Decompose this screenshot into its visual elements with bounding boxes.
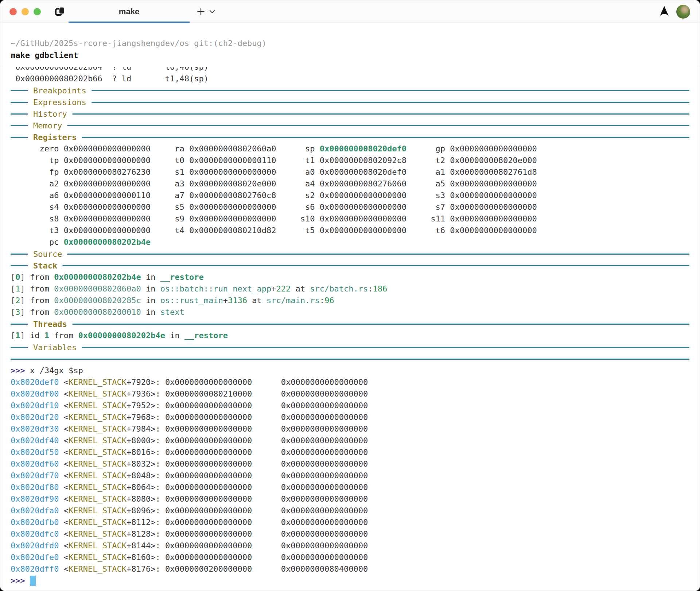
terminal-text: 0x0000000000000000 xyxy=(252,529,368,538)
terminal-text: : xyxy=(320,296,324,305)
terminal-text: >>> xyxy=(11,366,25,375)
terminal-text: in xyxy=(141,284,160,293)
terminal-text: KERNEL_STACK xyxy=(69,401,127,410)
section-header-breakpoints: Breakpoints xyxy=(0,85,700,96)
terminal-text: 0x0000000000000000 xyxy=(252,553,368,562)
section-label: Breakpoints xyxy=(33,86,86,95)
terminal-text: KERNEL_STACK xyxy=(69,424,127,433)
clipped-disasm-line: 0x0000000080202b64 ? ld t0,40(sp) xyxy=(0,67,700,73)
terminal-text: 0x0000000080202b66 ? ld t1,48(sp) xyxy=(11,74,209,83)
minimize-button[interactable] xyxy=(22,8,29,15)
terminal-text: 0x8020dfc0 xyxy=(11,529,59,538)
terminal-text: a6 0x0000000000000110 a7 0x0000000080276… xyxy=(11,191,537,200)
terminal-text: at xyxy=(247,296,267,305)
terminal-text: 0x0000000080202b4e xyxy=(64,237,151,247)
terminal-text: +8160>: xyxy=(127,553,165,562)
section-header-memory: Memory xyxy=(0,120,700,131)
divider-rule xyxy=(72,113,689,115)
terminal-text: +8144>: xyxy=(127,541,165,550)
terminal-text: +8032>: xyxy=(127,459,165,468)
terminal-text: KERNEL_STACK xyxy=(69,413,127,422)
terminal-text: 0x0000000000000000 xyxy=(252,401,368,410)
terminal-text: +8128>: xyxy=(127,529,165,538)
divider-rule xyxy=(92,90,689,91)
terminal-text: in xyxy=(165,331,184,340)
terminal-text: __restore xyxy=(160,273,204,282)
avatar[interactable] xyxy=(676,5,690,19)
memory-row: 0x8020df60 <KERNEL_STACK+8032>: 0x000000… xyxy=(0,458,700,470)
command-block: ~/GitHub/2025s-rcore-jiangshengdev/os gi… xyxy=(0,23,700,67)
section-header-registers: Registers xyxy=(0,131,700,143)
terminal-text: +8048>: xyxy=(127,471,165,480)
terminal-text: 3136 xyxy=(228,296,247,305)
traffic-lights xyxy=(0,8,41,15)
terminal-text: < xyxy=(59,564,69,573)
terminal-text: [ xyxy=(11,308,15,317)
terminal-text: +8080>: xyxy=(127,494,165,503)
terminal-text: 186 xyxy=(373,284,387,293)
terminal-text: zero 0x0000000000000000 ra 0x00000000802… xyxy=(11,144,320,153)
terminal-text: +7984>: xyxy=(127,424,165,433)
terminal-text: [ xyxy=(11,273,15,282)
tab-make[interactable]: make xyxy=(69,0,190,23)
terminal-text: KERNEL_STACK xyxy=(69,506,127,515)
terminal-text: 0x0000000000000000 xyxy=(165,471,252,480)
memory-row: 0x8020df50 <KERNEL_STACK+8016>: 0x000000… xyxy=(0,447,700,458)
close-button[interactable] xyxy=(9,8,17,15)
terminal-text: 0x0000000000000000 xyxy=(252,378,368,387)
terminal-text: s8 0x0000000000000000 s9 0x0000000000000… xyxy=(11,214,537,223)
memory-row: 0x8020df80 <KERNEL_STACK+8064>: 0x000000… xyxy=(0,482,700,493)
terminal-text: from xyxy=(49,331,78,340)
register-row: pc 0x0000000080202b4e xyxy=(0,236,700,248)
terminal-text: 0x0000000000000000 xyxy=(165,518,252,527)
terminal-text: 0x8020df00 xyxy=(11,389,59,398)
terminal-text: : xyxy=(368,284,373,293)
tab-dropdown-chevron-icon[interactable] xyxy=(209,10,215,13)
terminal-text: 0x8020df80 xyxy=(11,483,59,492)
memory-row: 0x8020df90 <KERNEL_STACK+8080>: 0x000000… xyxy=(0,493,700,505)
terminal-text: 0x00000000802060a0 xyxy=(54,284,141,293)
terminal-text: stext xyxy=(160,308,184,317)
disasm-line: 0x0000000080202b64 ? ld t0,40(sp) xyxy=(0,67,700,73)
terminal-text: 0x0000000000000000 xyxy=(252,471,368,480)
terminal-text: +7968>: xyxy=(127,413,165,422)
terminal-text: KERNEL_STACK xyxy=(69,518,127,527)
memory-row: 0x8020dfa0 <KERNEL_STACK+8096>: 0x000000… xyxy=(0,505,700,517)
divider-rule xyxy=(62,265,689,266)
terminal-text: 0x0000000000000000 xyxy=(252,541,368,550)
terminal-text: < xyxy=(59,378,69,387)
section-label: Expressions xyxy=(33,98,86,107)
section-header-source: Source xyxy=(0,248,700,260)
register-row: tp 0x0000000000000000 t0 0x0000000000000… xyxy=(0,155,700,166)
terminal-text: 0x8020df10 xyxy=(11,401,59,410)
terminal-text: fp 0x0000000080276230 s1 0x0000000000000… xyxy=(11,167,537,177)
terminal-text: 0x8020df30 xyxy=(11,424,59,433)
terminal-text: [ xyxy=(11,331,15,340)
terminal-text: +7920>: xyxy=(127,378,165,387)
section-label: Memory xyxy=(33,121,62,130)
section-header-expressions: Expressions xyxy=(0,96,700,108)
terminal-text: 0x0000000000000000 xyxy=(165,424,252,433)
terminal-text: 0x8020dfb0 xyxy=(11,518,59,527)
terminal-text: 1 xyxy=(15,284,20,293)
divider-rule xyxy=(11,324,28,325)
terminal-text: 0x8020def0 xyxy=(11,378,59,387)
terminal-text: 0x0000000080202b4e xyxy=(54,273,141,282)
terminal-text: 0x0000000000000000 xyxy=(165,553,252,562)
memory-row: 0x8020df20 <KERNEL_STACK+7968>: 0x000000… xyxy=(0,412,700,423)
terminal-text: 0x8020df20 xyxy=(11,413,59,422)
terminal-text: 0x8020dff0 xyxy=(11,564,59,573)
warp-delta-icon[interactable] xyxy=(659,5,670,18)
terminal-text: ] from xyxy=(20,308,54,317)
zoom-button[interactable] xyxy=(34,8,41,15)
terminal-text: 0x8020df60 xyxy=(11,459,59,468)
terminal-text: ] from xyxy=(20,296,54,305)
terminal-text: 0x0000000000000000 xyxy=(165,413,252,422)
terminal-text: + xyxy=(223,296,228,305)
terminal-text: < xyxy=(59,436,69,445)
thread-row: [1] id 1 from 0x0000000080202b4e in __re… xyxy=(0,330,700,341)
terminal-text: 0x0000000080400000 xyxy=(252,564,368,573)
section-divider xyxy=(0,353,700,365)
terminal-text: KERNEL_STACK xyxy=(69,483,127,492)
new-tab-button[interactable] xyxy=(196,7,206,16)
